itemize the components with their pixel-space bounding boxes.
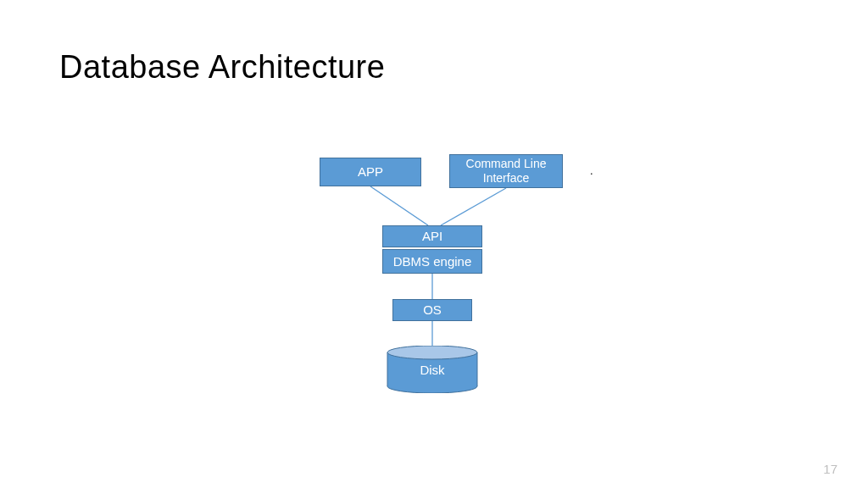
node-cli: Command Line Interface — [449, 154, 563, 188]
svg-line-1 — [441, 188, 506, 225]
node-dbms: DBMS engine — [382, 249, 482, 274]
node-api-label: API — [422, 229, 442, 244]
node-os: OS — [392, 299, 472, 321]
node-api: API — [382, 225, 482, 247]
node-disk-label: Disk — [387, 358, 478, 381]
page-number: 17 — [823, 462, 837, 476]
node-app: APP — [320, 158, 421, 186]
svg-line-0 — [370, 186, 428, 225]
node-dbms-label: DBMS engine — [393, 254, 472, 269]
architecture-diagram: APP Command Line Interface API DBMS engi… — [0, 0, 868, 488]
stray-dot: . — [590, 164, 593, 177]
node-cli-label: Command Line Interface — [450, 157, 562, 186]
node-app-label: APP — [358, 164, 383, 180]
node-os-label: OS — [423, 302, 442, 318]
